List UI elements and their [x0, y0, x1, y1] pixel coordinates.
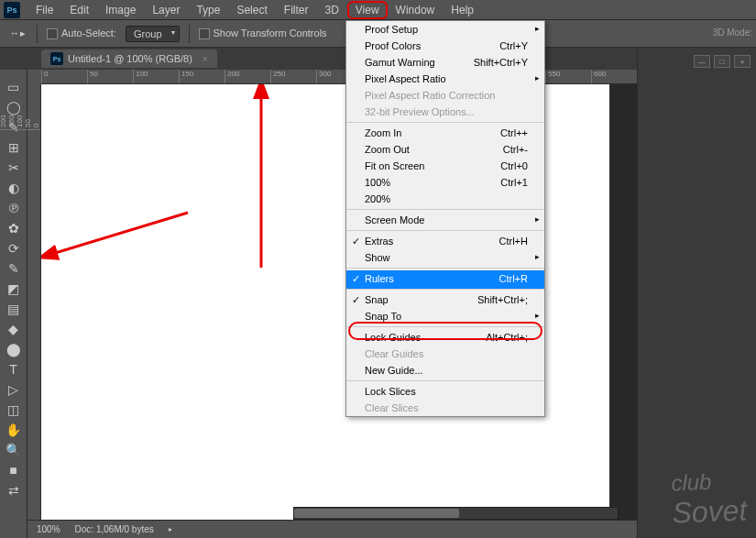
- svg-line-1: [52, 213, 188, 254]
- window-maximize-icon[interactable]: □: [714, 55, 730, 68]
- menu-file[interactable]: File: [27, 1, 61, 19]
- zoom-level[interactable]: 100%: [37, 524, 60, 534]
- tool-heal[interactable]: ◐: [3, 178, 25, 198]
- view-menu-proof-colors[interactable]: Proof ColorsCtrl+Y: [346, 38, 544, 54]
- view-menu-zoom-in[interactable]: Zoom InCtrl++: [346, 125, 544, 141]
- app-logo: Ps: [4, 2, 20, 18]
- doc-size[interactable]: Doc: 1,06M/0 bytes: [75, 524, 154, 534]
- top-options-3d: 3D Mode:: [713, 27, 752, 38]
- show-transform-checkbox[interactable]: Show Transform Controls: [199, 27, 327, 39]
- tool-shape[interactable]: ◫: [3, 400, 25, 420]
- menubar: Ps File Edit Image Layer Type Select Fil…: [0, 0, 756, 20]
- watermark: clubSovet: [671, 468, 748, 531]
- tool-zoom[interactable]: 🔍: [3, 440, 25, 460]
- view-menu-clear-slices: Clear Slices: [346, 400, 544, 416]
- scrollbar-horizontal[interactable]: [293, 507, 619, 520]
- tool-eraser[interactable]: ✎: [3, 258, 25, 279]
- auto-select-dropdown[interactable]: Group: [126, 26, 180, 42]
- tool-gradient[interactable]: ◩: [3, 279, 25, 299]
- tab-close-icon[interactable]: ×: [203, 54, 208, 64]
- view-menu-screen-mode[interactable]: Screen Mode: [346, 212, 544, 231]
- tool-hand[interactable]: ✋: [3, 420, 25, 440]
- view-menu-extras[interactable]: ✓ExtrasCtrl+H: [346, 233, 544, 249]
- view-menu-fit-on-screen[interactable]: Fit on ScreenCtrl+0: [346, 158, 544, 174]
- status-bar: 100% Doc: 1,06M/0 bytes▸: [27, 520, 637, 538]
- tool-stamp[interactable]: ✿: [3, 218, 25, 238]
- view-menu-snap-to[interactable]: Snap To: [346, 308, 544, 327]
- tool-brush[interactable]: ℗: [3, 198, 25, 218]
- view-menu-show[interactable]: Show: [346, 249, 544, 269]
- view-menu-lock-slices[interactable]: Lock Slices: [346, 383, 544, 400]
- window-minimize-icon[interactable]: —: [694, 55, 710, 68]
- ps-icon: Ps: [50, 52, 63, 65]
- tool-type[interactable]: T: [3, 359, 25, 379]
- tool-blur[interactable]: ▤: [3, 299, 25, 319]
- menu-help[interactable]: Help: [443, 1, 482, 19]
- auto-select-checkbox[interactable]: Auto-Select:: [47, 27, 116, 39]
- canvas-area[interactable]: [41, 84, 637, 520]
- view-menu-pixel-aspect-ratio-correction: Pixel Aspect Ratio Correction: [346, 87, 544, 104]
- right-panel: — □ ×: [637, 48, 756, 538]
- menu-3d[interactable]: 3D: [316, 1, 346, 19]
- view-menu-100-[interactable]: 100%Ctrl+1: [346, 174, 544, 191]
- tool-dodge[interactable]: ◆: [3, 319, 25, 339]
- tool-swap[interactable]: ⇄: [3, 480, 25, 500]
- view-menu-gamut-warning[interactable]: Gamut WarningShift+Ctrl+Y: [346, 54, 544, 71]
- menu-edit[interactable]: Edit: [61, 1, 97, 19]
- view-menu-snap[interactable]: ✓SnapShift+Ctrl+;: [346, 291, 544, 308]
- ruler-vertical[interactable]: 050100150200250300350400450: [27, 84, 41, 520]
- tool-history[interactable]: ⟳: [3, 238, 25, 258]
- view-menu-clear-guides: Clear Guides: [346, 346, 544, 362]
- view-menu-lock-guides[interactable]: Lock GuidesAlt+Ctrl+;: [346, 329, 544, 346]
- view-dropdown-menu: Proof SetupProof ColorsCtrl+YGamut Warni…: [345, 20, 545, 417]
- view-menu-32-bit-preview-options-: 32-bit Preview Options...: [346, 104, 544, 123]
- view-menu-rulers[interactable]: ✓RulersCtrl+R: [346, 270, 544, 290]
- menu-type[interactable]: Type: [188, 1, 228, 19]
- menu-select[interactable]: Select: [228, 1, 275, 19]
- scrollbar-thumb[interactable]: [294, 509, 459, 518]
- tool-pen[interactable]: ⬤: [3, 339, 25, 359]
- ruler-horizontal[interactable]: 050100150200250300350400450500550600650: [41, 70, 637, 84]
- view-menu-zoom-out[interactable]: Zoom OutCtrl+-: [346, 141, 544, 158]
- tool-path[interactable]: ▷: [3, 379, 25, 400]
- tool-crop[interactable]: ⊞: [3, 137, 25, 158]
- document-title: Untitled-1 @ 100% (RGB/8): [68, 53, 192, 64]
- tool-eyedropper[interactable]: ✂: [3, 158, 25, 178]
- menu-window[interactable]: Window: [388, 1, 444, 19]
- window-close-icon[interactable]: ×: [734, 55, 751, 68]
- view-menu-proof-setup[interactable]: Proof Setup: [346, 21, 544, 38]
- menu-filter[interactable]: Filter: [276, 1, 317, 19]
- menu-layer[interactable]: Layer: [144, 1, 188, 19]
- divider: [189, 25, 190, 43]
- view-menu-new-guide-[interactable]: New Guide...: [346, 362, 544, 381]
- view-menu-200-[interactable]: 200%: [346, 191, 544, 210]
- view-menu-pixel-aspect-ratio[interactable]: Pixel Aspect Ratio: [346, 71, 544, 87]
- document-tab[interactable]: Ps Untitled-1 @ 100% (RGB/8) ×: [41, 49, 217, 68]
- 3d-mode-label: 3D Mode:: [713, 27, 752, 38]
- move-tool-indicator: ↔▸: [7, 26, 27, 42]
- menu-view[interactable]: View: [347, 1, 388, 19]
- tool-colors[interactable]: ■: [3, 460, 25, 480]
- divider: [37, 25, 38, 43]
- menu-image[interactable]: Image: [97, 1, 144, 19]
